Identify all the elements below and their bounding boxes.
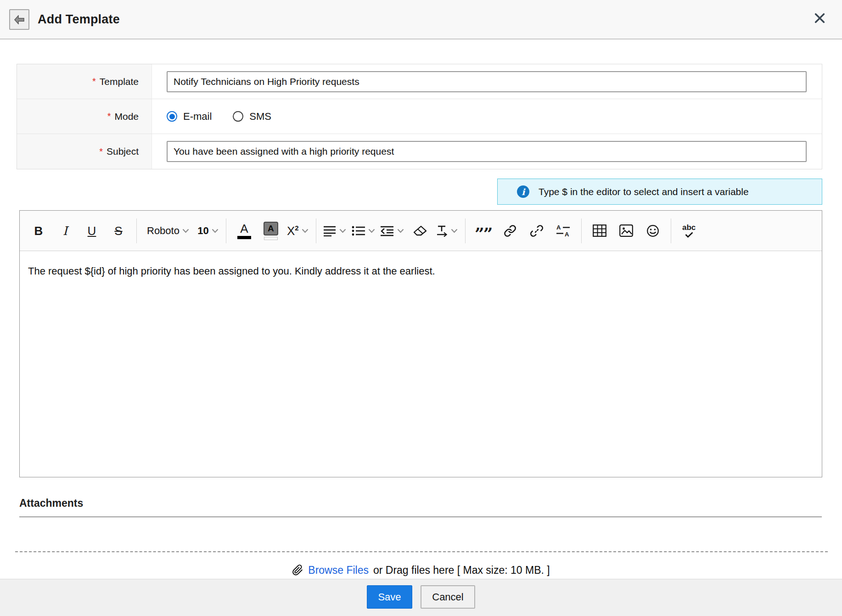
line-height-icon: AA	[556, 224, 570, 237]
svg-text:A: A	[556, 224, 561, 231]
sms-radio[interactable]	[233, 111, 243, 122]
variable-hint-banner: i Type $ in the editor to select and ins…	[497, 179, 822, 205]
link-icon	[504, 224, 516, 237]
chevron-down-icon	[397, 229, 404, 233]
email-radio-option[interactable]: E-mail	[167, 111, 212, 123]
image-icon	[619, 224, 633, 237]
template-label: * Template	[17, 64, 152, 99]
drag-files-text: or Drag files here [ Max size: 10 MB. ]	[373, 564, 550, 577]
toolbar-divider	[316, 218, 316, 243]
page-title: Add Template	[38, 12, 120, 27]
variable-hint-text: Type $ in the editor to select and inser…	[539, 186, 749, 197]
toolbar-divider	[581, 218, 582, 243]
close-icon[interactable]	[814, 12, 825, 24]
chevron-down-icon	[451, 229, 458, 233]
superscript-icon: X2	[287, 224, 299, 237]
chevron-down-icon	[302, 229, 309, 233]
back-button[interactable]	[9, 9, 29, 30]
editor-content[interactable]: The request ${id} of high priority has b…	[20, 251, 822, 477]
bold-button[interactable]: B	[28, 218, 49, 244]
email-radio-label: E-mail	[183, 111, 212, 123]
required-marker: *	[107, 111, 111, 122]
toolbar-divider	[465, 218, 466, 243]
spellcheck-icon: abc	[682, 224, 696, 238]
text-direction-button[interactable]	[436, 218, 458, 244]
font-family-select[interactable]: Roboto	[144, 218, 192, 244]
eraser-icon	[413, 225, 427, 236]
save-button[interactable]: Save	[367, 585, 412, 609]
spellcheck-button[interactable]: abc	[679, 218, 700, 244]
insert-table-button[interactable]	[589, 218, 610, 244]
insert-image-button[interactable]	[616, 218, 637, 244]
link-button[interactable]	[500, 218, 521, 244]
info-icon: i	[517, 185, 529, 198]
chevron-down-icon	[212, 229, 219, 233]
unlink-button[interactable]	[526, 218, 547, 244]
italic-button[interactable]: I	[55, 218, 76, 244]
underline-button[interactable]: U	[81, 218, 102, 244]
align-icon	[324, 225, 337, 236]
template-name-row: * Template	[17, 64, 822, 99]
rich-text-editor: B I U S Roboto 10 A A X2	[19, 210, 822, 477]
strikethrough-button[interactable]: S	[108, 218, 129, 244]
outdent-icon	[381, 225, 394, 236]
sms-radio-option[interactable]: SMS	[233, 111, 271, 123]
mode-row: * Mode E-mail SMS	[17, 99, 822, 134]
upload-zone-divider	[15, 551, 828, 552]
chevron-down-icon	[339, 229, 346, 233]
list-button[interactable]	[352, 218, 375, 244]
svg-text:A: A	[565, 231, 569, 237]
bullet-list-icon	[352, 225, 365, 236]
line-height-button[interactable]: AA	[553, 218, 574, 244]
unlink-icon	[530, 224, 543, 237]
template-form: * Template * Mode E-mail SMS	[17, 64, 822, 169]
font-size-select[interactable]: 10	[197, 218, 219, 244]
emoji-icon	[646, 224, 659, 237]
dialog-header: Add Template	[0, 0, 842, 39]
template-name-input[interactable]	[167, 71, 807, 92]
subject-label: * Subject	[17, 134, 152, 169]
toolbar-divider	[226, 218, 226, 243]
email-radio[interactable]	[167, 111, 177, 122]
sms-radio-label: SMS	[249, 111, 271, 123]
clear-format-button[interactable]	[410, 218, 431, 244]
subject-input[interactable]	[167, 141, 807, 162]
font-color-button[interactable]: A	[234, 218, 255, 244]
attachments-divider	[19, 516, 822, 517]
font-color-icon: A	[237, 223, 251, 239]
editor-toolbar: B I U S Roboto 10 A A X2	[20, 211, 822, 251]
mode-label: * Mode	[17, 99, 152, 134]
dialog-footer: Save Cancel	[0, 579, 842, 616]
upload-zone: Browse Files or Drag files here [ Max si…	[0, 562, 842, 578]
back-arrow-icon	[14, 15, 25, 24]
insert-emoji-button[interactable]	[642, 218, 663, 244]
align-button[interactable]	[324, 218, 346, 244]
highlight-color-icon: A	[264, 222, 278, 240]
required-marker: *	[99, 146, 103, 157]
chevron-down-icon	[182, 229, 189, 233]
blockquote-icon: ””	[475, 223, 492, 239]
table-icon	[593, 224, 606, 237]
toolbar-divider	[136, 218, 137, 243]
required-marker: *	[92, 76, 96, 87]
text-direction-icon	[436, 225, 448, 237]
subject-row: * Subject	[17, 134, 822, 169]
paperclip-icon	[292, 564, 303, 576]
blockquote-button[interactable]: ””	[473, 218, 494, 244]
mode-radio-group: E-mail SMS	[167, 111, 271, 123]
cancel-button[interactable]: Cancel	[421, 585, 475, 609]
browse-files-link[interactable]: Browse Files	[308, 564, 369, 577]
chevron-down-icon	[368, 229, 375, 233]
toolbar-divider	[671, 218, 671, 243]
highlight-color-button[interactable]: A	[260, 218, 281, 244]
superscript-button[interactable]: X2	[287, 218, 309, 244]
attachments-heading: Attachments	[19, 497, 83, 510]
indent-button[interactable]	[381, 218, 404, 244]
